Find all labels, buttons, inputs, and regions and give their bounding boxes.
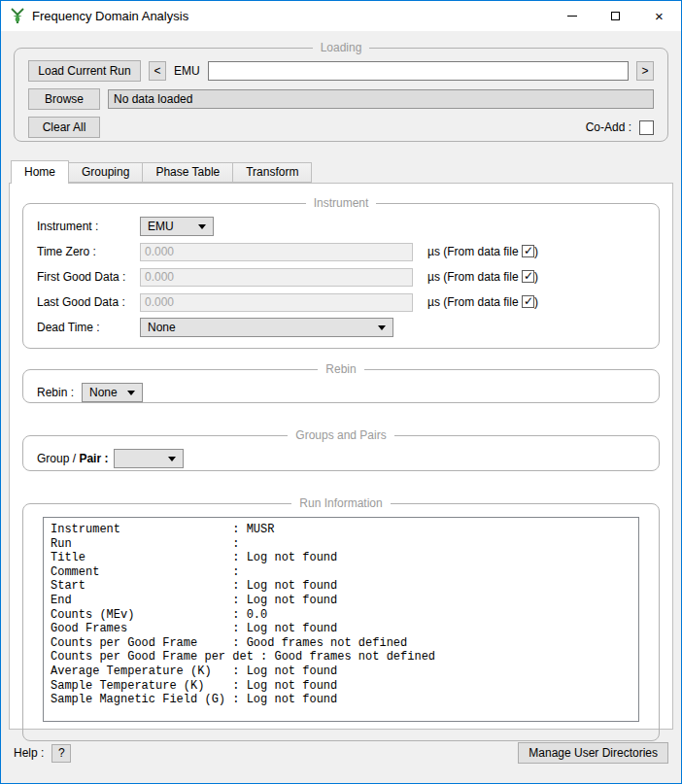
time-zero-label: Time Zero :	[37, 245, 140, 258]
close-icon: ×	[655, 9, 664, 23]
clear-all-button[interactable]: Clear All	[28, 117, 100, 138]
tab-home[interactable]: Home	[11, 160, 69, 184]
loading-legend: Loading	[313, 41, 370, 54]
help-label: Help :	[14, 746, 44, 760]
first-good-data-label: First Good Data :	[37, 270, 140, 284]
instrument-prefix-label: EMU	[174, 64, 200, 78]
coadd-label: Co-Add :	[586, 120, 631, 134]
browse-button[interactable]: Browse	[28, 88, 100, 110]
last-good-data-unit-label: µs (From data file )	[427, 295, 538, 309]
close-button[interactable]: ×	[637, 1, 681, 31]
last-good-data-label: Last Good Data :	[37, 295, 140, 309]
time-zero-field: 0.000	[140, 243, 413, 261]
time-zero-unit-label: µs (From data file )	[427, 245, 538, 258]
window-title: Frequency Domain Analysis	[32, 9, 188, 23]
last-good-data-from-file-checkbox[interactable]	[522, 295, 534, 308]
minimize-button[interactable]	[550, 1, 594, 31]
instrument-select[interactable]: EMU	[140, 217, 214, 236]
rebin-groupbox: Rebin Rebin : None	[22, 362, 660, 403]
instrument-groupbox: Instrument Instrument : EMU Time Zero : …	[22, 196, 660, 349]
tab-phase-table[interactable]: Phase Table	[142, 162, 233, 183]
rebin-legend: Rebin	[318, 362, 363, 376]
dead-time-select-value: None	[148, 321, 176, 334]
maximize-icon	[611, 12, 620, 20]
chevron-down-icon	[168, 457, 176, 461]
group-pair-label: Group / Pair :	[37, 452, 108, 465]
file-status-field: No data loaded	[108, 89, 654, 109]
footer-bar: Help : ? Manage User Directories	[14, 742, 668, 764]
tab-bar: Home Grouping Phase Table Transform	[9, 159, 673, 183]
load-current-run-button[interactable]: Load Current Run	[28, 60, 141, 82]
run-information-groupbox: Run Information Instrument : MUSR Run : …	[22, 496, 660, 741]
home-tab-panel: Instrument Instrument : EMU Time Zero : …	[9, 183, 673, 730]
groups-pairs-legend: Groups and Pairs	[288, 428, 393, 442]
rebin-select-value: None	[89, 386, 118, 399]
instrument-select-value: EMU	[148, 220, 174, 233]
tab-transform[interactable]: Transform	[232, 162, 312, 183]
frequency-domain-analysis-window: Frequency Domain Analysis × Loading Load…	[0, 0, 682, 784]
run-number-input[interactable]	[208, 61, 629, 81]
groups-pairs-groupbox: Groups and Pairs Group / Pair :	[22, 428, 660, 471]
group-pair-select[interactable]	[114, 449, 184, 468]
first-good-data-unit-label: µs (From data file )	[427, 270, 538, 284]
window-controls: ×	[550, 1, 681, 31]
chevron-down-icon	[127, 391, 135, 395]
previous-run-button[interactable]: <	[149, 61, 166, 81]
run-information-text: Instrument : MUSR Run : Title : Log not …	[51, 523, 631, 707]
run-information-panel: Instrument : MUSR Run : Title : Log not …	[43, 517, 639, 722]
minimize-icon	[567, 16, 577, 17]
tab-grouping[interactable]: Grouping	[68, 162, 143, 183]
chevron-down-icon	[198, 224, 206, 229]
first-good-data-from-file-checkbox[interactable]	[522, 270, 534, 283]
instrument-label: Instrument :	[37, 220, 140, 233]
first-good-data-field: 0.000	[140, 268, 413, 287]
chevron-down-icon	[378, 325, 386, 330]
help-button[interactable]: ?	[51, 744, 71, 763]
run-information-legend: Run Information	[291, 496, 390, 510]
rebin-select[interactable]: None	[82, 383, 143, 402]
next-run-button[interactable]: >	[636, 61, 654, 81]
maximize-button[interactable]	[594, 1, 637, 31]
dead-time-label: Dead Time :	[37, 321, 140, 334]
muon-app-icon	[9, 7, 26, 26]
instrument-legend: Instrument	[306, 196, 377, 210]
coadd-checkbox[interactable]	[639, 120, 654, 135]
dead-time-select[interactable]: None	[140, 318, 393, 337]
manage-user-directories-button[interactable]: Manage User Directories	[518, 742, 668, 764]
last-good-data-field: 0.000	[140, 293, 413, 312]
time-zero-from-file-checkbox[interactable]	[522, 245, 534, 257]
rebin-label: Rebin :	[37, 386, 74, 399]
title-bar: Frequency Domain Analysis ×	[1, 1, 681, 31]
loading-groupbox: Loading Load Current Run < EMU > Browse …	[14, 41, 668, 142]
